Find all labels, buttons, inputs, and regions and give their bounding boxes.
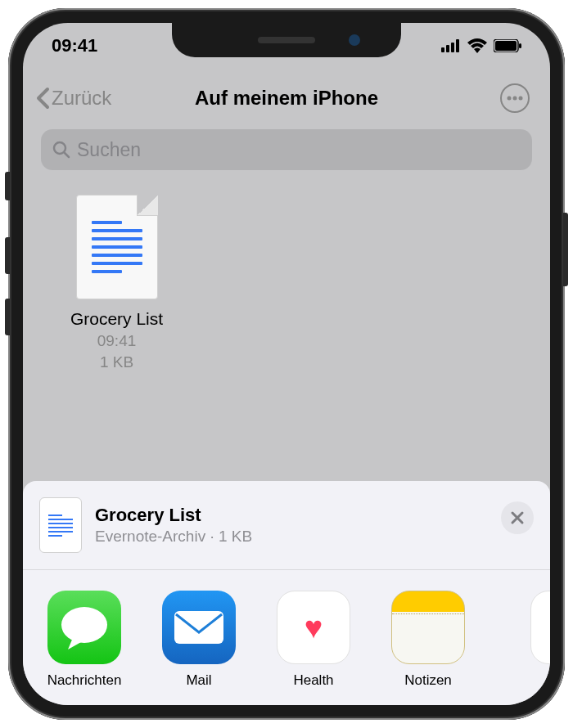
svg-point-10 (54, 142, 65, 154)
document-icon (76, 195, 158, 299)
search-input[interactable]: Suchen (41, 129, 532, 170)
svg-rect-3 (456, 39, 459, 52)
more-button[interactable] (500, 83, 530, 113)
notes-icon (391, 591, 465, 664)
heart-icon: ♥ (305, 610, 323, 645)
ellipsis-icon (507, 96, 523, 101)
phone-frame: 09:41 Zurück Auf meinem iPhone Suchen (8, 8, 565, 720)
svg-rect-5 (495, 41, 517, 51)
chevron-left-icon (35, 87, 50, 110)
messages-icon (47, 591, 121, 664)
app-label: Mail (186, 672, 211, 689)
cellular-icon (441, 39, 461, 52)
svg-point-12 (61, 607, 107, 643)
share-title: Grocery List (95, 505, 252, 526)
back-button[interactable]: Zurück (35, 87, 111, 110)
svg-rect-6 (519, 43, 521, 48)
file-item[interactable]: Grocery List 09:41 1 KB (57, 195, 176, 371)
share-app-notes[interactable]: Notizen (383, 591, 473, 689)
partial-app-icon (530, 591, 550, 664)
mail-icon (162, 591, 236, 664)
svg-rect-13 (174, 611, 223, 644)
app-label: Health (293, 672, 333, 689)
svg-rect-2 (451, 43, 454, 52)
share-app-mail[interactable]: Mail (154, 591, 244, 689)
file-size: 1 KB (100, 353, 133, 371)
file-time: 09:41 (97, 332, 137, 350)
svg-rect-1 (446, 45, 449, 52)
status-time: 09:41 (52, 35, 97, 56)
search-icon (52, 141, 70, 159)
svg-line-11 (65, 153, 69, 157)
page-title: Auf meinem iPhone (195, 87, 378, 110)
share-subtitle: Evernote-Archiv · 1 KB (95, 528, 252, 546)
svg-point-7 (508, 97, 512, 101)
file-name: Grocery List (70, 309, 163, 329)
back-label: Zurück (52, 87, 111, 110)
app-label: Nachrichten (47, 672, 122, 689)
share-app-partial[interactable] (498, 591, 550, 689)
status-icons (441, 38, 521, 53)
screen: 09:41 Zurück Auf meinem iPhone Suchen (23, 23, 550, 705)
close-icon (510, 510, 525, 525)
search-placeholder: Suchen (77, 139, 141, 161)
app-label: Notizen (404, 672, 452, 689)
wifi-icon (467, 38, 487, 53)
health-icon: ♥ (277, 591, 350, 664)
battery-icon (494, 39, 521, 52)
share-apps-row[interactable]: Nachrichten Mail ♥ Health Notizen (23, 570, 550, 705)
share-app-health[interactable]: ♥ Health (268, 591, 359, 689)
svg-point-9 (519, 97, 523, 101)
svg-rect-0 (441, 47, 444, 52)
navigation-bar: Zurück Auf meinem iPhone (23, 74, 550, 123)
share-sheet: Grocery List Evernote-Archiv · 1 KB Nach… (23, 481, 550, 705)
close-button[interactable] (501, 501, 534, 534)
svg-point-8 (513, 97, 517, 101)
notch (172, 23, 401, 57)
share-app-messages[interactable]: Nachrichten (39, 591, 129, 689)
share-document-icon (39, 497, 82, 553)
share-header: Grocery List Evernote-Archiv · 1 KB (23, 497, 550, 570)
